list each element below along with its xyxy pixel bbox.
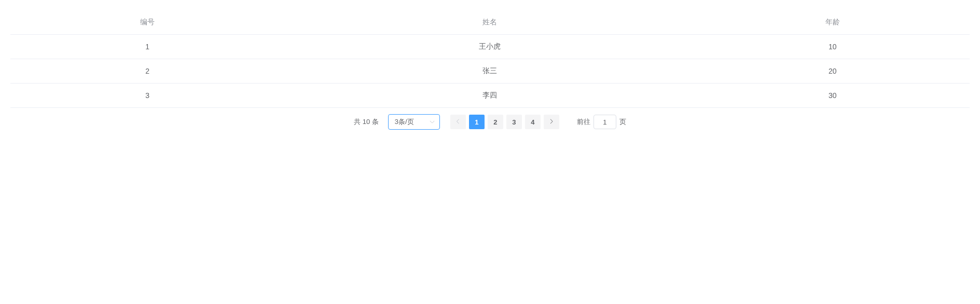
page-number-button[interactable]: 3: [506, 115, 522, 129]
chevron-left-icon: [455, 118, 461, 126]
table-row[interactable]: 2 张三 20: [10, 59, 970, 84]
page-size-label: 3条/页: [395, 117, 414, 127]
column-header-id: 编号: [10, 10, 284, 35]
cell-name: 张三: [284, 59, 695, 84]
cell-name: 王小虎: [284, 35, 695, 59]
page-number-button[interactable]: 2: [488, 115, 503, 129]
page-number-button[interactable]: 1: [469, 115, 485, 129]
table-row[interactable]: 3 李四 30: [10, 84, 970, 108]
next-page-button[interactable]: [544, 115, 559, 129]
column-header-name: 姓名: [284, 10, 695, 35]
cell-id: 1: [10, 35, 284, 59]
cell-id: 2: [10, 59, 284, 84]
cell-age: 20: [696, 59, 970, 84]
jumper-input[interactable]: [593, 115, 616, 129]
cell-age: 30: [696, 84, 970, 108]
pager: 1 2 3 4: [450, 115, 559, 129]
chevron-right-icon: [548, 118, 555, 126]
page-jumper: 前往 页: [577, 115, 626, 129]
page-number-button[interactable]: 4: [525, 115, 541, 129]
pagination-total: 共 10 条: [354, 117, 379, 127]
jumper-prefix: 前往: [577, 117, 590, 127]
prev-page-button[interactable]: [450, 115, 466, 129]
cell-age: 10: [696, 35, 970, 59]
page-size-select[interactable]: 3条/页: [388, 114, 440, 130]
data-table: 编号 姓名 年龄 1 王小虎 10 2 张三 20 3 李四 30: [10, 10, 970, 108]
cell-name: 李四: [284, 84, 695, 108]
jumper-suffix: 页: [619, 117, 626, 127]
pagination: 共 10 条 3条/页 1 2 3 4 前往 页: [10, 114, 970, 130]
table-row[interactable]: 1 王小虎 10: [10, 35, 970, 59]
cell-id: 3: [10, 84, 284, 108]
column-header-age: 年龄: [696, 10, 970, 35]
chevron-down-icon: [429, 119, 435, 125]
